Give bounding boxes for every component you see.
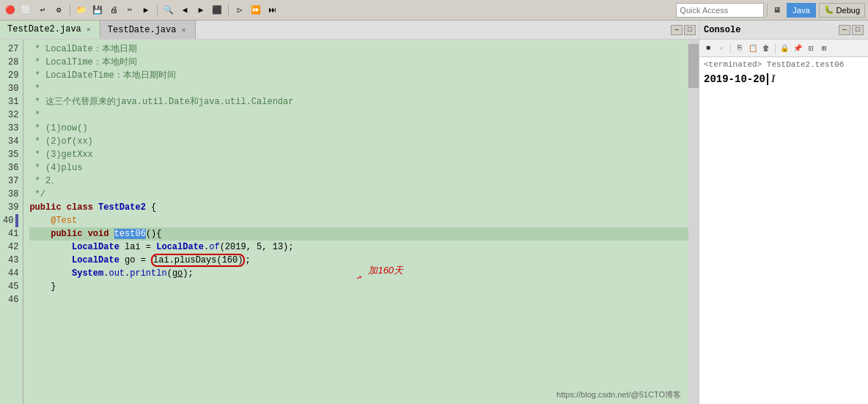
toolbar-icon-5[interactable]: 📁	[74, 3, 89, 18]
console-clear-icon[interactable]: 🗑	[760, 43, 772, 54]
console-paste-icon[interactable]: 📋	[747, 43, 759, 54]
console-toolbar-sep2	[775, 43, 776, 54]
console-pin-icon[interactable]: 📌	[792, 43, 803, 54]
console-header: Console ─ □	[699, 21, 868, 40]
editor-scrollbar[interactable]	[688, 40, 699, 404]
toolbar-icon-monitor[interactable]: 🖥	[770, 4, 784, 17]
code-line-28: * LocalTime：本地时间	[29, 56, 688, 69]
qa-divider	[767, 4, 768, 17]
console-maximize-btn[interactable]: □	[852, 25, 864, 35]
code-line-34: * (2)of(xx)	[29, 135, 688, 148]
editor-panel: TestDate2.java ✕ TestDate.java ✕ ─ □ 27 …	[0, 21, 699, 404]
toolbar-divider-3	[228, 4, 229, 17]
code-line-42: LocalDate lai = LocalDate.of(2019, 5, 13…	[29, 240, 688, 254]
cursor-i: I	[771, 73, 775, 85]
toolbar-icon-2[interactable]: ⬜	[19, 3, 34, 18]
console-stop-icon[interactable]: ■	[702, 43, 714, 54]
toolbar-icon-11[interactable]: ◀	[177, 3, 192, 18]
editor-window-controls: ─ □	[671, 25, 699, 35]
toolbar-icon-13[interactable]: ⬛	[210, 3, 224, 18]
code-line-35: * (3)getXxx	[29, 148, 688, 161]
code-line-41: public void test06(){	[29, 227, 688, 240]
console-output-text: 2019-10-20	[704, 73, 765, 85]
code-line-29: * LocalDateTime：本地日期时间	[29, 69, 688, 82]
tab-testdate-label: TestDate.java	[108, 25, 177, 35]
console-toolbar: ■ ✕ ⎘ 📋 🗑 🔒 📌 ⊡ ⊞	[699, 40, 868, 57]
editor-maximize-btn[interactable]: □	[684, 25, 696, 35]
console-toolbar-sep1	[730, 43, 731, 54]
toolbar-icon-10[interactable]: 🔍	[161, 3, 176, 18]
code-line-43: LocalDate go = lai.plusDays(160);	[29, 254, 688, 267]
console-output: 2019-10-20I	[704, 73, 864, 85]
tab-testdate2-close[interactable]: ✕	[85, 24, 92, 34]
console-close-all-icon[interactable]: ✕	[716, 43, 727, 54]
code-line-31: * 这三个代替原来的java.util.Date和java.util.Calen…	[29, 95, 688, 109]
tab-testdate2-label: TestDate2.java	[7, 24, 81, 34]
toolbar-icon-4[interactable]: ⚙	[51, 3, 66, 18]
console-copy-icon[interactable]: ⎘	[734, 43, 746, 54]
toolbar-divider-2	[157, 4, 158, 17]
toolbar-icon-1[interactable]: 🔴	[3, 3, 18, 18]
line-numbers: 27 28 29 30 31 32 33 34 35 36 37 38 39 4…	[0, 40, 23, 404]
debug-icon: 🐛	[824, 5, 834, 15]
scrollbar-thumb[interactable]	[688, 44, 699, 88]
code-line-39: public class TestDate2 {	[29, 201, 688, 214]
toolbar-divider-1	[70, 4, 70, 17]
toolbar-icon-9[interactable]: ▶	[139, 3, 153, 18]
code-line-30: *	[29, 82, 688, 95]
code-line-40: @Test	[29, 214, 688, 227]
console-display-icon[interactable]: ⊡	[805, 43, 817, 54]
quick-access-area: 🖥 Java 🐛 Debug	[676, 3, 865, 18]
console-title: Console	[704, 25, 836, 35]
toolbar-icon-16[interactable]: ⏭	[265, 3, 279, 18]
console-scroll-lock-icon[interactable]: 🔒	[779, 43, 790, 54]
tab-testdate2[interactable]: TestDate2.java ✕	[0, 21, 100, 39]
console-panel: Console ─ □ ■ ✕ ⎘ 📋 🗑 🔒 📌 ⊡ ⊞ <terminate…	[699, 21, 868, 404]
toolbar-icon-6[interactable]: 💾	[90, 3, 105, 18]
tab-bar: TestDate2.java ✕ TestDate.java ✕ ─ □	[0, 21, 699, 40]
main-toolbar: 🔴 ⬜ ↩ ⚙ 📁 💾 🖨 ✂ ▶ 🔍 ◀ ▶ ⬛ ▷ ⏩ ⏭ 🖥 Java 🐛…	[0, 0, 868, 21]
console-body: <terminated> TestDate2.test06 2019-10-20…	[699, 57, 868, 404]
code-line-45: }	[29, 280, 688, 293]
console-win-controls: ─ □	[839, 25, 864, 35]
toolbar-icon-12[interactable]: ▶	[194, 3, 208, 18]
cursor-bar	[767, 73, 768, 85]
debug-perspective-btn[interactable]: 🐛 Debug	[819, 3, 865, 18]
tab-testdate[interactable]: TestDate.java ✕	[100, 21, 196, 39]
watermark: https://blog.csdn.net/@51CTO博客	[556, 388, 681, 401]
code-line-44: System.out.println(go);	[29, 267, 688, 280]
tab-testdate-close[interactable]: ✕	[180, 25, 187, 35]
code-line-38: */	[29, 188, 688, 201]
code-line-33: * (1)now()	[29, 122, 688, 135]
quick-access-input[interactable]	[676, 3, 764, 18]
code-line-32: *	[29, 109, 688, 122]
code-line-27: * LocalDate：本地日期	[29, 43, 688, 56]
console-terminated-text: <terminated> TestDate2.test06	[704, 60, 864, 69]
code-line-37: * 2、	[29, 175, 688, 188]
toolbar-icon-7[interactable]: 🖨	[106, 3, 121, 18]
code-content[interactable]: * LocalDate：本地日期 * LocalTime：本地时间 * Loca…	[23, 40, 688, 404]
toolbar-icon-15[interactable]: ⏩	[249, 3, 263, 18]
main-area: TestDate2.java ✕ TestDate.java ✕ ─ □ 27 …	[0, 21, 868, 404]
code-line-46	[29, 293, 688, 306]
toolbar-icon-3[interactable]: ↩	[35, 3, 50, 18]
toolbar-icon-group: 🔴 ⬜ ↩ ⚙ 📁 💾 🖨 ✂ ▶ 🔍 ◀ ▶ ⬛ ▷ ⏩ ⏭	[3, 3, 676, 18]
editor-minimize-btn[interactable]: ─	[671, 25, 683, 35]
toolbar-icon-8[interactable]: ✂	[122, 3, 137, 18]
console-open-icon[interactable]: ⊞	[818, 43, 830, 54]
java-perspective-btn[interactable]: Java	[787, 3, 815, 18]
code-line-36: * (4)plus	[29, 161, 688, 175]
code-editor: 27 28 29 30 31 32 33 34 35 36 37 38 39 4…	[0, 40, 699, 404]
console-minimize-btn[interactable]: ─	[839, 25, 850, 35]
toolbar-icon-14[interactable]: ▷	[232, 3, 247, 18]
